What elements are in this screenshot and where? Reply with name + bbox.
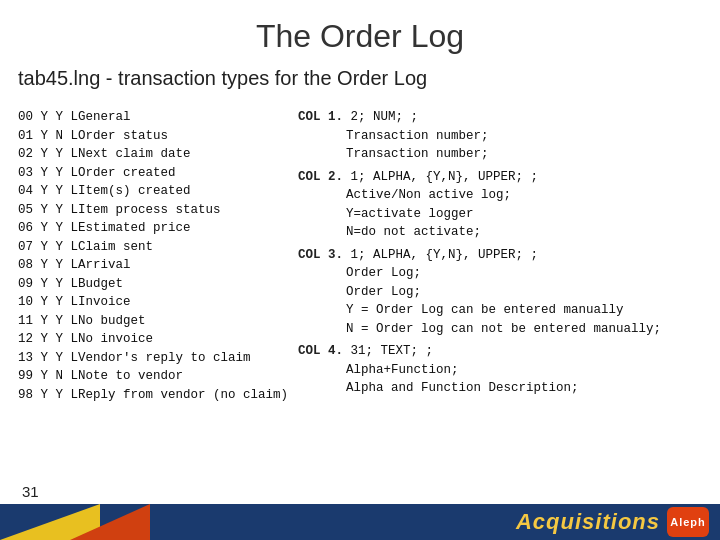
right-block-2-line-1: Order Log; — [298, 264, 702, 283]
left-column-row: 99 Y N LNote to vendor — [18, 367, 288, 386]
right-block-1-line-0: COL 2. 1; ALPHA, {Y,N}, UPPER; ; — [298, 168, 702, 187]
right-block-2-line-4: N = Order log can not be entered manuall… — [298, 320, 702, 339]
right-block-2: COL 3. 1; ALPHA, {Y,N}, UPPER; ;Order Lo… — [298, 246, 702, 339]
right-block-0-line-2: Transaction number; — [298, 145, 702, 164]
col-line-2-0: 1; ALPHA, {Y,N}, UPPER; ; — [351, 248, 539, 262]
right-block-1-line-1: Active/Non active log; — [298, 186, 702, 205]
right-block-3: COL 4. 31; TEXT; ;Alpha+Function;Alpha a… — [298, 342, 702, 398]
col-label-2: COL 3. — [298, 248, 351, 262]
col-line-1-0: 1; ALPHA, {Y,N}, UPPER; ; — [351, 170, 539, 184]
left-column-row: 10 Y Y LInvoice — [18, 293, 288, 312]
right-column: COL 1. 2; NUM; ;Transaction number;Trans… — [298, 108, 702, 404]
right-block-0: COL 1. 2; NUM; ;Transaction number;Trans… — [298, 108, 702, 164]
left-column-row: 98 Y Y LReply from vendor (no claim) — [18, 386, 288, 405]
left-column-row: 06 Y Y LEstimated price — [18, 219, 288, 238]
col-label-0: COL 1. — [298, 110, 351, 124]
page-title: The Order Log — [0, 0, 720, 65]
footer: Acquisitions Aleph — [0, 504, 720, 540]
right-block-3-line-0: COL 4. 31; TEXT; ; — [298, 342, 702, 361]
right-block-2-line-3: Y = Order Log can be entered manually — [298, 301, 702, 320]
left-column-row: 11 Y Y LNo budget — [18, 312, 288, 331]
right-block-1: COL 2. 1; ALPHA, {Y,N}, UPPER; ;Active/N… — [298, 168, 702, 242]
right-block-3-line-2: Alpha and Function Description; — [298, 379, 702, 398]
left-column-row: 04 Y Y LItem(s) created — [18, 182, 288, 201]
left-column-row: 00 Y Y LGeneral — [18, 108, 288, 127]
col-label-3: COL 4. — [298, 344, 351, 358]
right-block-2-line-0: COL 3. 1; ALPHA, {Y,N}, UPPER; ; — [298, 246, 702, 265]
footer-acquisitions-label: Acquisitions — [516, 504, 660, 540]
left-column-row: 03 Y Y LOrder created — [18, 164, 288, 183]
left-column-row: 08 Y Y LArrival — [18, 256, 288, 275]
left-column-row: 09 Y Y LBudget — [18, 275, 288, 294]
col-label-1: COL 2. — [298, 170, 351, 184]
left-column-row: 02 Y Y LNext claim date — [18, 145, 288, 164]
page-number: 31 — [22, 483, 39, 500]
right-block-1-line-3: N=do not activate; — [298, 223, 702, 242]
right-block-0-line-1: Transaction number; — [298, 127, 702, 146]
right-block-3-line-1: Alpha+Function; — [298, 361, 702, 380]
footer-orange-triangle — [70, 504, 150, 540]
subtitle: tab45.lng - transaction types for the Or… — [0, 65, 720, 100]
left-column-row: 01 Y N LOrder status — [18, 127, 288, 146]
aleph-logo-text: Aleph — [667, 507, 709, 537]
col-line-0-0: 2; NUM; ; — [351, 110, 419, 124]
left-column-row: 05 Y Y LItem process status — [18, 201, 288, 220]
right-block-0-line-0: COL 1. 2; NUM; ; — [298, 108, 702, 127]
left-column-row: 07 Y Y LClaim sent — [18, 238, 288, 257]
right-block-1-line-2: Y=activate logger — [298, 205, 702, 224]
left-column: 00 Y Y LGeneral01 Y N LOrder status02 Y … — [18, 108, 288, 404]
col-line-3-0: 31; TEXT; ; — [351, 344, 434, 358]
left-column-row: 12 Y Y LNo invoice — [18, 330, 288, 349]
left-column-row: 13 Y Y LVendor's reply to claim — [18, 349, 288, 368]
footer-logo: Aleph — [664, 504, 712, 540]
right-block-2-line-2: Order Log; — [298, 283, 702, 302]
